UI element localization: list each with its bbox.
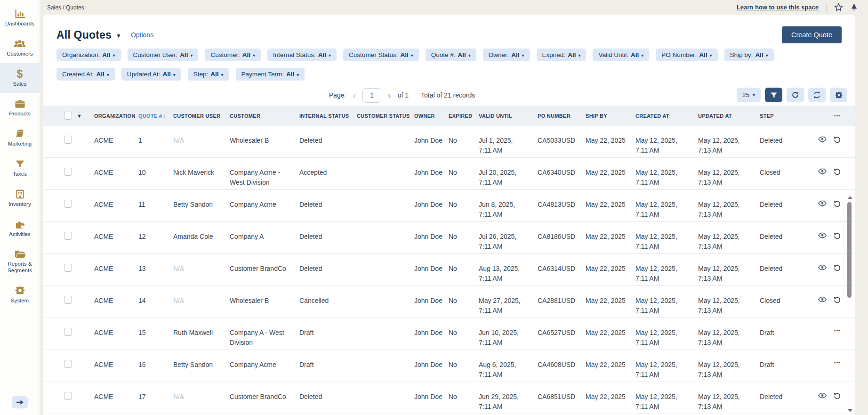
row-actions-menu-icon[interactable]: ••• [834, 360, 841, 365]
view-button[interactable] [818, 392, 827, 399]
row-checkbox[interactable] [64, 296, 72, 304]
filter-toggle-button[interactable] [765, 88, 782, 102]
page-size-dropdown[interactable]: 25 ▾ [737, 88, 761, 102]
cell-organization: ACME [94, 382, 138, 414]
cell-customer-status [357, 350, 414, 382]
restore-button[interactable] [834, 264, 841, 271]
column-header-internal-status[interactable]: INTERNAL STATUS [299, 113, 357, 119]
pin-icon[interactable] [851, 4, 858, 11]
sidebar-nav: DashboardsCustomers$SalesProductsMarketi… [0, 3, 40, 310]
row-checkbox[interactable] [64, 232, 72, 240]
cell-expired: No [449, 318, 479, 350]
sidebar-item-inventory[interactable]: Inventory [0, 183, 40, 213]
view-button[interactable] [818, 296, 827, 302]
column-header-expired[interactable]: EXPIRED [449, 113, 479, 119]
sidebar-item-sales[interactable]: $Sales [0, 63, 40, 93]
sidebar-item-reports-segments[interactable]: Reports & Segments [0, 243, 40, 280]
filter-chip-customer[interactable]: Customer:All▾ [205, 49, 261, 61]
column-header-organization[interactable]: ORGANIZATION [94, 113, 138, 119]
view-button[interactable] [818, 200, 827, 206]
sidebar-collapse-button[interactable] [12, 396, 28, 408]
filter-chip-owner[interactable]: Owner:All▾ [483, 49, 530, 61]
filter-chip-organization[interactable]: Organization:All▾ [56, 49, 121, 61]
row-checkbox[interactable] [64, 168, 72, 176]
column-header-customer-status[interactable]: CUSTOMER STATUS [357, 113, 414, 119]
row-actions-menu-icon[interactable]: ••• [834, 328, 841, 333]
cell-expired: No [449, 190, 479, 221]
filter-chip-po-number[interactable]: PO Number:All▾ [656, 49, 717, 61]
view-button[interactable] [818, 264, 827, 270]
row-checkbox[interactable] [64, 264, 72, 272]
column-header-updated-at[interactable]: UPDATED AT [698, 113, 760, 119]
next-page-chevron[interactable]: › [387, 90, 392, 100]
column-header-quote[interactable]: QUOTE #↓ [138, 113, 173, 119]
table-scrollbar [847, 196, 852, 412]
cell-internal-status: Accepted [299, 158, 357, 189]
restore-button[interactable] [834, 200, 841, 207]
row-checkbox[interactable] [64, 360, 72, 368]
restore-button[interactable] [834, 392, 841, 399]
column-header-created-at[interactable]: CREATED AT [635, 113, 698, 119]
column-header-valid-until[interactable]: VALID UNTIL [479, 113, 538, 119]
sidebar-item-customers[interactable]: Customers [0, 33, 40, 63]
chevron-down-icon: ▾ [468, 52, 471, 58]
sidebar-item-activities[interactable]: Activities [0, 213, 40, 244]
sidebar-item-dashboards[interactable]: Dashboards [0, 3, 40, 33]
sync-button[interactable] [808, 88, 826, 102]
options-link[interactable]: Options [131, 31, 153, 39]
sidebar-item-system[interactable]: System [0, 280, 40, 310]
select-all-checkbox[interactable] [64, 112, 72, 120]
filter-chip-created-at[interactable]: Created At:All▾ [56, 68, 115, 81]
select-menu-chevron[interactable]: ▼ [77, 113, 82, 119]
view-button[interactable] [818, 232, 827, 238]
create-quote-button[interactable]: Create Quote [782, 26, 842, 43]
cell-organization: ACME [94, 158, 138, 189]
refresh-button[interactable] [787, 88, 804, 102]
restore-button[interactable] [834, 296, 841, 303]
row-checkbox[interactable] [64, 392, 72, 400]
view-selector-dropdown[interactable]: All Quotes ▼ [56, 29, 121, 41]
row-checkbox[interactable] [64, 328, 72, 336]
filter-chip-ship-by[interactable]: Ship by:All▾ [724, 49, 774, 61]
chevron-down-icon: ▾ [753, 92, 755, 98]
previous-page-chevron[interactable]: ‹ [352, 90, 357, 100]
row-checkbox[interactable] [64, 136, 72, 144]
quote-row-12: ACME12Amanda ColeCompany ADeletedJohn Do… [43, 222, 855, 254]
column-header-customer-user[interactable]: CUSTOMER USER [173, 113, 230, 119]
filter-chip-step[interactable]: Step:All▾ [188, 68, 229, 81]
column-header-owner[interactable]: OWNER [414, 113, 449, 119]
restore-button[interactable] [834, 168, 841, 175]
column-header-customer[interactable]: CUSTOMER [230, 113, 299, 119]
sidebar-item-products[interactable]: Products [0, 93, 40, 123]
filter-chip-quote[interactable]: Quote #:All▾ [426, 49, 476, 61]
sidebar-item-taxes[interactable]: Taxes [0, 153, 40, 183]
column-header-po-number[interactable]: PO NUMBER [538, 113, 586, 119]
filter-chip-internal-status[interactable]: Internal Status:All▾ [267, 49, 337, 61]
scroll-up-arrow[interactable] [848, 196, 852, 199]
cell-expired: No [449, 286, 479, 317]
star-icon[interactable] [834, 3, 843, 12]
scroll-down-arrow[interactable] [848, 409, 852, 412]
row-checkbox[interactable] [64, 200, 72, 208]
filter-chip-valid-until[interactable]: Valid Until:All▾ [593, 49, 649, 61]
scrollbar-thumb[interactable] [847, 202, 852, 298]
filter-chip-expired[interactable]: Expired:All▾ [537, 49, 587, 61]
restore-button[interactable] [834, 232, 841, 239]
column-header-ship-by[interactable]: SHIP BY [586, 113, 635, 119]
filter-label: Updated At: [127, 71, 161, 78]
view-button[interactable] [818, 136, 827, 142]
sidebar-item-label: Marketing [1, 141, 38, 147]
filter-chip-updated-at[interactable]: Updated At:All▾ [121, 68, 181, 81]
column-header-step[interactable]: STEP [760, 113, 810, 119]
filter-value: All [511, 51, 519, 58]
view-button[interactable] [818, 168, 827, 174]
column-settings-icon[interactable]: ••• [834, 114, 841, 118]
filter-chip-customer-user[interactable]: Customer User:All▾ [128, 49, 199, 61]
filter-chip-customer-status[interactable]: Customer Status:All▾ [343, 49, 419, 61]
page-number-input[interactable] [362, 88, 381, 103]
sidebar-item-marketing[interactable]: Marketing [0, 123, 40, 153]
filter-chip-payment-term[interactable]: Payment Term:All▾ [236, 68, 305, 81]
grid-settings-button[interactable] [830, 88, 847, 102]
restore-button[interactable] [834, 136, 841, 143]
learn-how-link[interactable]: Learn how to use this space [737, 4, 819, 11]
